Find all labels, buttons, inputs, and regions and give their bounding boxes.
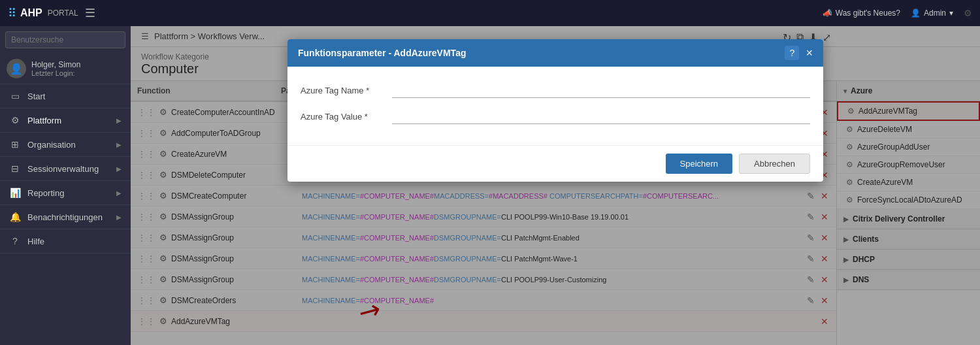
user-dropdown-icon: ▾	[949, 8, 953, 18]
azure-tag-value-label: Azure Tag Value *	[301, 112, 392, 122]
sidebar: 👤 Holger, Simon Letzter Login: ▭ Start ⚙…	[0, 26, 131, 345]
sidebar-item-label-hilfe: Hilfe	[27, 237, 44, 246]
news-icon: 📣	[823, 8, 832, 18]
sidebar-item-sessionverwaltung[interactable]: ⊟ Sessionverwaltung ▶	[0, 157, 131, 181]
avatar: 👤	[7, 59, 26, 78]
modal-help-button[interactable]: ?	[785, 46, 799, 60]
start-icon: ▭	[9, 91, 21, 101]
sidebar-item-label-benachrichtigungen: Benachrichtigungen	[27, 212, 103, 222]
modal-title: Funktionsparameter - AddAzureVMTag	[298, 48, 466, 58]
header-left: ⠿ AHP PORTAL ☰	[8, 6, 95, 20]
benachrichtigungen-icon: 🔔	[9, 212, 21, 222]
chevron-right-icon-sess: ▶	[116, 165, 122, 172]
logo: ⠿ AHP PORTAL	[8, 6, 78, 20]
reporting-icon: 📊	[9, 188, 21, 198]
modal-dialog: Funktionsparameter - AddAzureVMTag ? × A…	[287, 39, 823, 182]
user-details: Holger, Simon Letzter Login:	[31, 60, 80, 77]
sidebar-item-organisation[interactable]: ⊞ Organisation ▶	[0, 133, 131, 157]
modal-footer: Speichern Abbrechen	[287, 145, 823, 182]
sidebar-last-login-label: Letzter Login:	[31, 69, 80, 77]
logo-dots-icon: ⠿	[8, 6, 16, 20]
user-name: Admin	[924, 8, 946, 18]
user-icon: 👤	[911, 8, 921, 18]
form-field-azure-tag-name: Azure Tag Name *	[301, 82, 810, 98]
logo-text: AHP	[20, 7, 42, 19]
header-icons: ⚙	[964, 8, 972, 18]
hilfe-icon: ?	[9, 236, 21, 246]
sidebar-item-benachrichtigungen[interactable]: 🔔 Benachrichtigungen ▶	[0, 205, 131, 229]
sidebar-item-plattform[interactable]: ⚙ Plattform ▶	[0, 108, 131, 133]
sidebar-user-name: Holger, Simon	[31, 60, 80, 69]
modal-header: Funktionsparameter - AddAzureVMTag ? ×	[287, 39, 823, 67]
azure-tag-value-input[interactable]	[392, 108, 810, 124]
sessionverwaltung-icon: ⊟	[9, 163, 21, 174]
cancel-button[interactable]: Abbrechen	[739, 154, 810, 174]
sidebar-item-label-plattform: Plattform	[27, 116, 61, 125]
modal-body: Azure Tag Name * Azure Tag Value *	[287, 67, 823, 145]
chevron-right-icon-rep: ▶	[116, 189, 122, 197]
modal-header-actions: ? ×	[785, 46, 813, 60]
sidebar-item-label-organisation: Organisation	[27, 140, 76, 150]
modal-overlay: Funktionsparameter - AddAzureVMTag ? × A…	[131, 26, 980, 345]
chevron-right-icon-ben: ▶	[116, 214, 122, 221]
settings-icon[interactable]: ⚙	[964, 8, 972, 18]
content-area: ☰ Plattform > Workflows Verw... Workflow…	[131, 26, 980, 345]
sidebar-item-hilfe[interactable]: ? Hilfe	[0, 229, 131, 254]
chevron-right-icon-org: ▶	[116, 141, 122, 148]
user-info: 👤 Holger, Simon Letzter Login:	[0, 54, 131, 84]
sidebar-item-label-sessionverwaltung: Sessionverwaltung	[27, 164, 99, 174]
news-label: Was gibt's Neues?	[836, 8, 900, 18]
modal-close-button[interactable]: ×	[806, 46, 813, 60]
logo-portal: PORTAL	[48, 8, 78, 18]
news-button[interactable]: 📣 Was gibt's Neues?	[823, 8, 900, 18]
plattform-icon: ⚙	[9, 115, 21, 125]
header-right: 📣 Was gibt's Neues? 👤 Admin ▾ ⚙	[823, 8, 972, 18]
save-button[interactable]: Speichern	[666, 154, 733, 174]
sidebar-item-start[interactable]: ▭ Start	[0, 84, 131, 108]
azure-tag-name-label: Azure Tag Name *	[301, 86, 392, 95]
form-field-azure-tag-value: Azure Tag Value *	[301, 108, 810, 124]
sidebar-item-label-reporting: Reporting	[27, 188, 64, 198]
main-layout: 👤 Holger, Simon Letzter Login: ▭ Start ⚙…	[0, 26, 980, 345]
nav-items: ▭ Start ⚙ Plattform ▶ ⊞ Organisation ▶	[0, 84, 131, 345]
top-header: ⠿ AHP PORTAL ☰ 📣 Was gibt's Neues? 👤 Adm…	[0, 0, 980, 26]
user-area[interactable]: 👤 Admin ▾	[911, 8, 953, 18]
chevron-right-icon: ▶	[116, 117, 122, 124]
search-input[interactable]	[5, 31, 125, 48]
search-box	[0, 26, 131, 54]
sidebar-item-reporting[interactable]: 📊 Reporting ▶	[0, 181, 131, 205]
hamburger-icon[interactable]: ☰	[85, 6, 95, 20]
azure-tag-name-input[interactable]	[392, 82, 810, 98]
organisation-icon: ⊞	[9, 139, 21, 150]
sidebar-item-label-start: Start	[27, 91, 45, 101]
